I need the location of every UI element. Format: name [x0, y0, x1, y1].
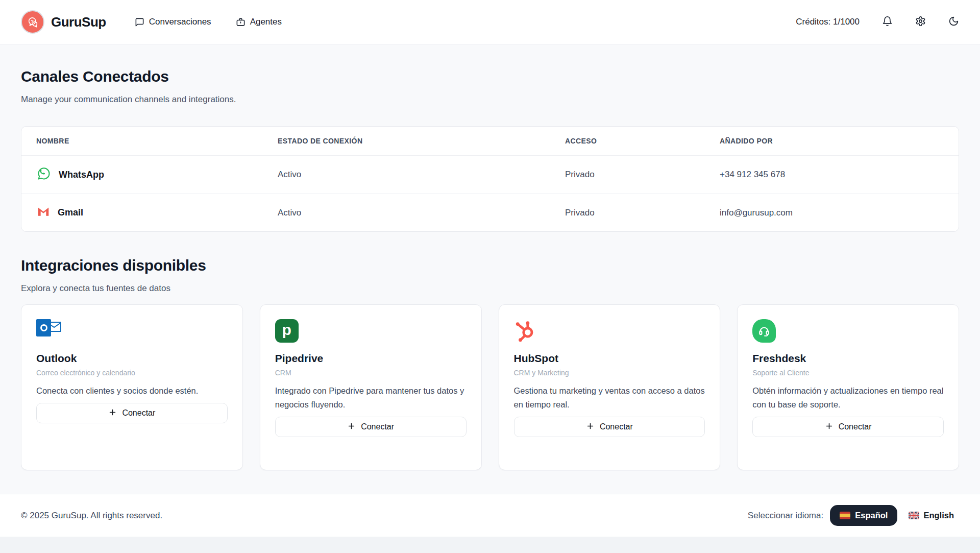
integration-category: Soporte al Cliente: [752, 369, 944, 377]
nav-item-agentes[interactable]: Agentes: [236, 17, 282, 27]
svg-text:?: ?: [31, 19, 34, 24]
hubspot-icon: [514, 319, 537, 345]
credits-counter: Créditos: 1/1000: [796, 17, 860, 27]
integration-description: Gestiona tu marketing y ventas con acces…: [514, 384, 705, 412]
main-nav: Conversaciones Agentes: [135, 17, 282, 27]
outlook-icon: [36, 319, 63, 341]
plus-icon: [347, 422, 356, 432]
language-selector: Seleccionar idioma: Español: [748, 505, 959, 526]
freshdesk-icon: [752, 319, 776, 343]
channel-access: Privado: [565, 170, 720, 180]
connected-channels-table: NOMBRE ESTADO DE CONEXIÓN ACCESO AÑADIDO…: [21, 126, 959, 232]
integration-card-hubspot: HubSpot CRM y Marketing Gestiona tu mark…: [499, 304, 721, 470]
integration-name: HubSpot: [514, 352, 705, 365]
plus-icon: [825, 422, 834, 432]
integrations-grid: Outlook Correo electrónico y calendario …: [21, 304, 959, 470]
language-selector-label: Seleccionar idioma:: [748, 511, 823, 521]
nav-item-conversaciones[interactable]: Conversaciones: [135, 17, 211, 27]
integration-description: Integrado con Pipedrive para mantener tu…: [275, 384, 467, 412]
page-title: Canales Conectados: [21, 67, 959, 86]
integration-name: Freshdesk: [752, 352, 944, 365]
integration-name: Outlook: [36, 352, 228, 365]
gmail-icon: [36, 204, 51, 221]
copyright-text: © 2025 GuruSup. All rights reserved.: [21, 511, 162, 521]
connect-button-label: Conectar: [361, 422, 394, 431]
integration-category: CRM: [275, 369, 467, 377]
integration-description: Conecta con clientes y socios donde esté…: [36, 384, 228, 398]
language-button-label: Español: [855, 511, 888, 520]
channel-added-by: +34 912 345 678: [720, 170, 944, 180]
chat-bubble-icon: [135, 17, 144, 27]
column-header-estado: ESTADO DE CONEXIÓN: [278, 137, 565, 145]
table-header-row: NOMBRE ESTADO DE CONEXIÓN ACCESO AÑADIDO…: [21, 127, 959, 156]
whatsapp-icon: [36, 166, 52, 184]
bottom-strip: [0, 537, 980, 553]
page-footer: © 2025 GuruSup. All rights reserved. Sel…: [0, 494, 980, 537]
app-title: GuruSup: [51, 14, 106, 30]
connect-hubspot-button[interactable]: Conectar: [514, 417, 705, 437]
uk-flag-icon: [909, 512, 919, 519]
gear-icon: [915, 16, 926, 28]
channel-name: WhatsApp: [59, 170, 104, 180]
integrations-subtitle: Explora y conecta tus fuentes de datos: [21, 283, 959, 294]
integration-card-freshdesk: Freshdesk Soporte al Cliente Obtén infor…: [737, 304, 959, 470]
integration-card-outlook: Outlook Correo electrónico y calendario …: [21, 304, 243, 470]
connect-outlook-button[interactable]: Conectar: [36, 403, 228, 423]
integration-category: Correo electrónico y calendario: [36, 369, 228, 377]
integration-description: Obtén información y actualizaciones en t…: [752, 384, 944, 412]
connect-pipedrive-button[interactable]: Conectar: [275, 417, 467, 437]
language-button-espanol[interactable]: Español: [830, 505, 897, 526]
column-header-nombre: NOMBRE: [36, 137, 278, 145]
briefcase-icon: [236, 17, 246, 27]
moon-icon: [948, 16, 959, 28]
pipedrive-icon: p: [275, 319, 299, 343]
bell-icon: [882, 16, 893, 28]
page-subtitle: Manage your communication channels and i…: [21, 94, 959, 105]
top-navbar: ? GuruSup Conversaciones Agentes Crédito…: [0, 0, 980, 44]
integrations-title: Integraciones disponibles: [21, 256, 959, 275]
integration-name: Pipedrive: [275, 352, 467, 365]
settings-button[interactable]: [915, 16, 926, 28]
channel-name: Gmail: [58, 207, 83, 218]
channel-added-by: info@gurusup.com: [720, 208, 944, 218]
brand-link[interactable]: ? GuruSup: [21, 10, 106, 34]
dark-mode-toggle[interactable]: [948, 16, 959, 28]
table-row: Gmail Activo Privado info@gurusup.com: [21, 194, 959, 231]
gurusup-logo-icon: ?: [21, 10, 44, 34]
column-header-acceso: ACCESO: [565, 137, 720, 145]
spain-flag-icon: [840, 512, 850, 519]
channel-status: Activo: [278, 170, 565, 180]
notifications-button[interactable]: [882, 16, 893, 28]
connect-button-label: Conectar: [839, 422, 872, 431]
language-button-english[interactable]: English: [903, 505, 959, 526]
connect-button-label: Conectar: [122, 408, 155, 418]
table-row: WhatsApp Activo Privado +34 912 345 678: [21, 156, 959, 194]
integration-card-pipedrive: p Pipedrive CRM Integrado con Pipedrive …: [260, 304, 482, 470]
nav-item-label: Conversaciones: [149, 17, 211, 27]
plus-icon: [586, 422, 595, 432]
main-content: Canales Conectados Manage your communica…: [0, 44, 980, 494]
connect-button-label: Conectar: [600, 422, 633, 431]
channel-access: Privado: [565, 208, 720, 218]
column-header-anadido: AÑADIDO POR: [720, 137, 944, 145]
navbar-actions: Créditos: 1/1000: [796, 16, 959, 28]
connect-freshdesk-button[interactable]: Conectar: [752, 417, 944, 437]
language-button-label: English: [923, 511, 954, 520]
channel-status: Activo: [278, 208, 565, 218]
integration-category: CRM y Marketing: [514, 369, 705, 377]
nav-item-label: Agentes: [250, 17, 282, 27]
plus-icon: [108, 408, 117, 419]
